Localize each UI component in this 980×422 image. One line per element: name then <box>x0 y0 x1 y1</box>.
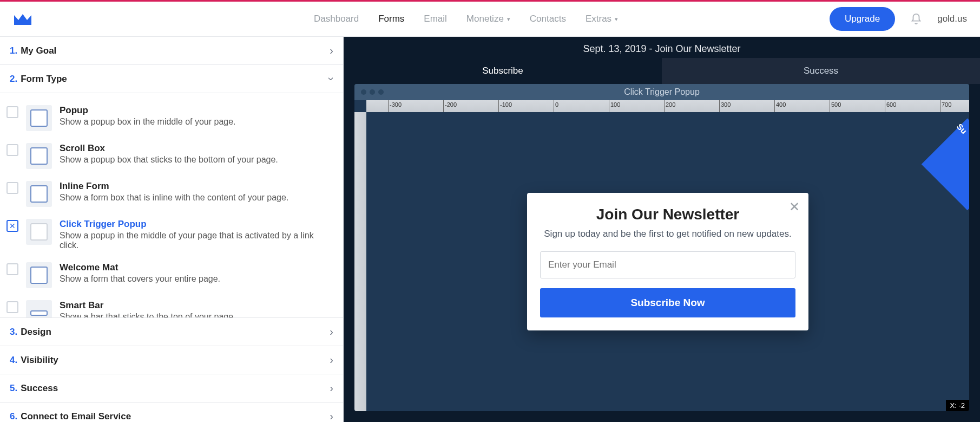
header: Dashboard Forms Email Monetize ▾ Contact… <box>0 2 980 37</box>
step-visibility[interactable]: 4.Visibility › <box>0 346 343 374</box>
preview-title: Sept. 13, 2019 - Join Our Newsletter <box>344 37 980 58</box>
chevron-right-icon: › <box>330 354 333 366</box>
form-type-thumb-icon <box>26 181 52 207</box>
user-menu[interactable]: gold.us <box>937 14 967 24</box>
checkbox[interactable] <box>6 182 18 194</box>
chevron-down-icon: ▾ <box>615 16 618 23</box>
form-type-desc: Show a bar that sticks to the top of you… <box>60 312 236 318</box>
canvas-label: Click Trigger Popup <box>624 87 700 97</box>
form-type-thumb-icon <box>26 262 52 288</box>
chevron-down-icon: ▾ <box>507 16 510 23</box>
cursor-coordinates: X: -2 <box>946 400 969 411</box>
step-my-goal[interactable]: 1.My Goal › <box>0 37 343 65</box>
form-type-option[interactable]: Smart Bar Show a bar that sticks to the … <box>0 296 343 318</box>
form-type-option[interactable]: Welcome Mat Show a form that covers your… <box>0 258 343 296</box>
checkbox[interactable] <box>6 301 18 313</box>
form-type-title: Smart Bar <box>60 300 236 311</box>
form-type-title: Scroll Box <box>60 143 278 154</box>
ruler-vertical <box>354 112 366 411</box>
chevron-right-icon: › <box>330 44 333 57</box>
nav-forms[interactable]: Forms <box>378 14 404 24</box>
form-type-desc: Show a popup box in the middle of your p… <box>60 117 236 127</box>
chevron-right-icon: › <box>330 410 333 422</box>
chevron-right-icon: › <box>330 326 333 338</box>
nav-monetize[interactable]: Monetize ▾ <box>466 14 510 24</box>
form-type-title: Click Trigger Popup <box>60 219 333 230</box>
step-form-type[interactable]: 2.Form Type › <box>0 65 343 93</box>
chevron-right-icon: › <box>330 382 333 394</box>
form-type-option[interactable]: Popup Show a popup box in the middle of … <box>0 101 343 139</box>
logo-icon <box>13 13 32 25</box>
form-type-desc: Show a form box that is inline with the … <box>60 193 288 203</box>
upgrade-button[interactable]: Upgrade <box>830 7 895 31</box>
checkbox-selected[interactable]: ✕ <box>6 220 18 232</box>
step-success[interactable]: 5.Success › <box>0 374 343 402</box>
checkbox[interactable] <box>6 263 18 275</box>
canvas-titlebar: Click Trigger Popup <box>354 84 969 100</box>
preview-panel: Sept. 13, 2019 - Join Our Newsletter Sub… <box>344 37 980 422</box>
checkbox[interactable] <box>6 106 18 118</box>
popup-preview: ✕ Join Our Newsletter Sign up today and … <box>527 193 808 330</box>
form-type-list: Popup Show a popup box in the middle of … <box>0 93 343 318</box>
form-type-option[interactable]: Inline Form Show a form box that is inli… <box>0 177 343 215</box>
step-connect-email[interactable]: 6.Connect to Email Service › <box>0 402 343 422</box>
step-design[interactable]: 3.Design › <box>0 318 343 346</box>
ruler-horizontal: -300-200-1000100200300400500600700 <box>366 100 969 112</box>
form-type-option[interactable]: Scroll Box Show a popup box that sticks … <box>0 139 343 177</box>
form-type-title: Welcome Mat <box>60 262 220 273</box>
chevron-down-icon: › <box>325 77 338 81</box>
config-sidebar: 1.My Goal › 2.Form Type › Popup Show a p… <box>0 37 344 422</box>
canvas-inner: Su ✕ Join Our Newsletter Sign up today a… <box>366 112 969 411</box>
form-type-option[interactable]: ✕ Click Trigger Popup Show a popup in th… <box>0 215 343 258</box>
popup-heading: Join Our Newsletter <box>540 206 795 223</box>
nav-extras[interactable]: Extras ▾ <box>586 14 618 24</box>
main-nav: Dashboard Forms Email Monetize ▾ Contact… <box>314 14 618 24</box>
email-field[interactable] <box>540 251 795 278</box>
nav-dashboard[interactable]: Dashboard <box>314 14 359 24</box>
window-dots-icon <box>361 89 384 95</box>
bell-icon[interactable] <box>910 13 922 25</box>
main: 1.My Goal › 2.Form Type › Popup Show a p… <box>0 37 980 422</box>
canvas: Click Trigger Popup -300-200-10001002003… <box>354 84 969 411</box>
popup-subheading: Sign up today and be the first to get no… <box>540 229 795 239</box>
form-type-desc: Show a popup in the middle of your page … <box>60 231 333 250</box>
nav-email[interactable]: Email <box>424 14 447 24</box>
tab-success[interactable]: Success <box>662 58 980 84</box>
corner-ribbon: Su <box>955 122 969 136</box>
close-icon[interactable]: ✕ <box>789 199 800 215</box>
form-type-thumb-icon <box>26 219 52 245</box>
subscribe-button[interactable]: Subscribe Now <box>540 288 795 317</box>
form-type-thumb-icon <box>26 300 52 318</box>
nav-contacts[interactable]: Contacts <box>530 14 566 24</box>
tab-subscribe[interactable]: Subscribe <box>344 58 662 84</box>
form-type-desc: Show a form that covers your entire page… <box>60 274 220 284</box>
checkbox[interactable] <box>6 144 18 156</box>
form-type-thumb-icon <box>26 143 52 169</box>
form-type-title: Inline Form <box>60 181 288 192</box>
form-type-title: Popup <box>60 105 236 116</box>
form-type-thumb-icon <box>26 105 52 131</box>
preview-tabs: Subscribe Success <box>344 58 980 84</box>
form-type-desc: Show a popup box that sticks to the bott… <box>60 155 278 165</box>
